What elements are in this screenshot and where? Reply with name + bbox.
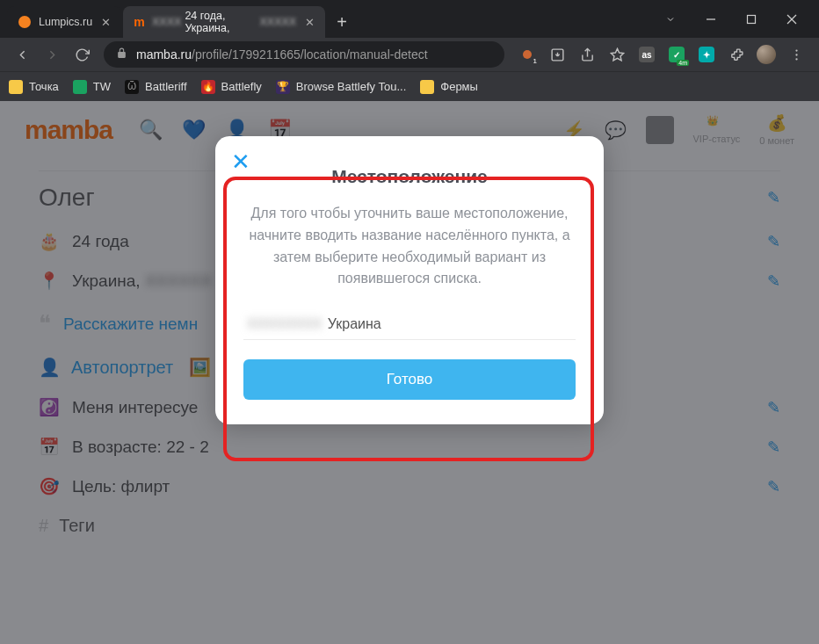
modal-title: Местоположение bbox=[215, 136, 604, 187]
submit-button[interactable]: Готово bbox=[243, 359, 576, 400]
titlebar: Lumpics.ru ✕ m XXXX 24 года, Украина, XX… bbox=[0, 0, 819, 38]
chevron-down-icon[interactable] bbox=[650, 6, 691, 33]
tab-title-mid: 24 года, Украина, bbox=[185, 10, 256, 34]
bookmark-battleriff[interactable]: ѾBattleriff bbox=[125, 80, 186, 94]
tab-title-blur-prefix: XXXX bbox=[152, 16, 181, 28]
close-window-button[interactable] bbox=[772, 6, 812, 33]
svg-rect-1 bbox=[748, 15, 756, 23]
modal-description: Для того чтобы уточнить ваше местоположе… bbox=[215, 187, 604, 302]
tab-mamba[interactable]: m XXXX 24 года, Украина, XXXXX ✕ bbox=[123, 6, 325, 38]
svg-marker-6 bbox=[611, 48, 623, 60]
window-controls bbox=[634, 0, 819, 38]
svg-point-7 bbox=[795, 49, 797, 51]
ext-teal-icon[interactable]: ✦ bbox=[692, 41, 721, 68]
ext-red-icon[interactable]: 1 bbox=[513, 41, 541, 68]
favicon-mamba: m bbox=[134, 15, 145, 29]
address-bar[interactable]: mamba.ru/profile/1799211665/location/man… bbox=[104, 41, 504, 68]
location-input[interactable]: XXXXXXXX Украина bbox=[243, 309, 576, 340]
bookmark-star-icon[interactable] bbox=[603, 41, 631, 68]
address-bar-row: mamba.ru/profile/1799211665/location/man… bbox=[0, 38, 819, 71]
bookmark-tochka[interactable]: Точка bbox=[9, 80, 59, 94]
reload-button[interactable] bbox=[69, 41, 95, 68]
install-icon[interactable] bbox=[543, 41, 571, 68]
page-content: mamba 🔍 💙 👤 📅 ⚡ 💬 👑 VIP-статус bbox=[0, 101, 819, 644]
lock-icon bbox=[116, 47, 127, 62]
bookmark-tw[interactable]: TW bbox=[73, 80, 111, 94]
browser-window: Lumpics.ru ✕ m XXXX 24 года, Украина, XX… bbox=[0, 0, 819, 644]
url-text: mamba.ru/profile/1799211665/location/man… bbox=[136, 47, 428, 62]
close-icon[interactable]: ✕ bbox=[101, 16, 111, 29]
forward-button[interactable] bbox=[39, 41, 65, 68]
toolbar-actions: 1 as ✓4m ✦ bbox=[513, 41, 810, 68]
close-icon[interactable]: ✕ bbox=[305, 16, 315, 29]
kebab-menu-icon[interactable] bbox=[782, 41, 810, 68]
tab-lumpics[interactable]: Lumpics.ru ✕ bbox=[7, 6, 121, 38]
tab-title-blur-suffix: XXXXX bbox=[259, 16, 296, 28]
bookmark-battlefly[interactable]: 🔥Battlefly bbox=[201, 80, 262, 94]
location-modal: ✕ Местоположение Для того чтобы уточнить… bbox=[215, 136, 604, 424]
bookmarks-bar: Точка TW ѾBattleriff 🔥Battlefly 🏆Browse … bbox=[0, 71, 819, 101]
tabs-strip: Lumpics.ru ✕ m XXXX 24 года, Украина, XX… bbox=[0, 0, 634, 38]
extensions-icon[interactable] bbox=[722, 41, 750, 68]
svg-point-8 bbox=[795, 54, 797, 55]
ext-green-icon[interactable]: ✓4m bbox=[663, 41, 691, 68]
bookmark-fermy[interactable]: Фермы bbox=[420, 80, 478, 94]
modal-close-icon[interactable]: ✕ bbox=[231, 150, 250, 173]
maximize-button[interactable] bbox=[731, 6, 772, 33]
ext-lastfm-icon[interactable]: as bbox=[633, 41, 661, 68]
bookmark-battlefy[interactable]: 🏆Browse Battlefy Tou... bbox=[276, 80, 407, 94]
favicon-lumpics bbox=[18, 15, 32, 29]
svg-point-9 bbox=[795, 58, 797, 60]
tab-label: Lumpics.ru bbox=[39, 16, 92, 28]
back-button[interactable] bbox=[9, 41, 35, 68]
avatar[interactable] bbox=[752, 41, 780, 68]
share-icon[interactable] bbox=[573, 41, 601, 68]
minimize-button[interactable] bbox=[691, 6, 731, 33]
new-tab-button[interactable]: + bbox=[329, 9, 355, 35]
